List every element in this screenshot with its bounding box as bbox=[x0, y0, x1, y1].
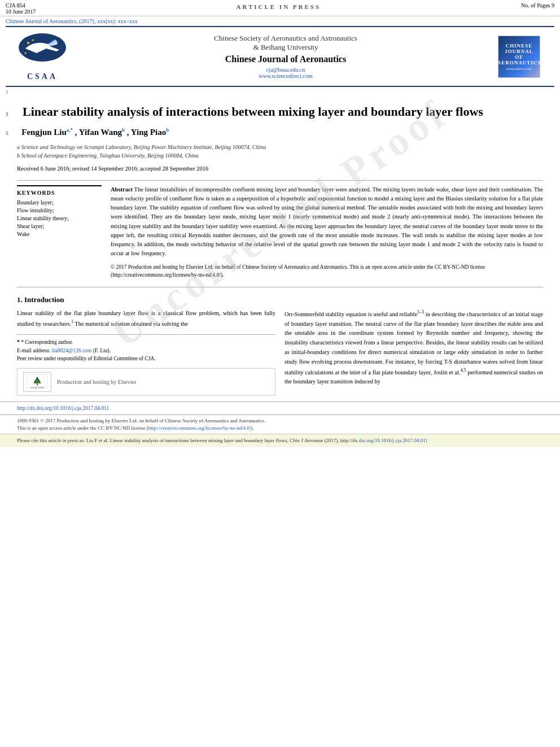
elsevier-block: ELSEVIER Production and hosting by Elsev… bbox=[17, 368, 275, 396]
elsevier-logo-inner: ELSEVIER bbox=[26, 373, 49, 390]
keyword-5: Wake bbox=[17, 231, 102, 237]
affiliations: a Science and Technology on Scramjet Lab… bbox=[17, 143, 543, 160]
elsevier-hosting-text: Production and hosting by Elsevier bbox=[57, 378, 137, 387]
doi-bar: http://dx.doi.org/10.1016/j.cja.2017.04.… bbox=[0, 401, 560, 414]
doi-link[interactable]: http://dx.doi.org/10.1016/j.cja.2017.04.… bbox=[17, 405, 109, 411]
svg-point-3 bbox=[25, 53, 27, 54]
journal-cover: CHINESE JOURNAL OF AERONAUTICS sciencedi… bbox=[498, 36, 549, 78]
journal-link-text[interactable]: Chinese Journal of Aeronautics, (2017), … bbox=[6, 18, 138, 24]
journal-title: Chinese Journal of Aeronautics bbox=[79, 54, 492, 64]
main-content: Uncorrected Proof 1 3 Linear stability a… bbox=[0, 87, 560, 401]
abstract-label: Abstract bbox=[111, 186, 133, 193]
copyright-footer: 1000-9361 © 2017 Production and hosting … bbox=[0, 414, 560, 434]
footnote-peer: Peer review under responsibility of Edit… bbox=[17, 355, 275, 362]
footnotes: * * Corresponding author. E-mail address… bbox=[17, 334, 275, 362]
abstract-block: Abstract The linear instabilities of inc… bbox=[111, 185, 543, 259]
body-columns: Linear stability of the flat plate bound… bbox=[17, 309, 543, 396]
intro-left-p1: Linear stability of the flat plate bound… bbox=[17, 309, 275, 329]
keywords-col: KEYWORDS Boundary layer; Flow instabilit… bbox=[17, 185, 102, 279]
line-5: 5 bbox=[6, 130, 8, 136]
journal-header: CSAA Chinese Society of Aeronautics and … bbox=[6, 26, 554, 87]
authors-block: 5 Fengjun Liua,* , Yifan Wangb , Ying Pi… bbox=[17, 127, 543, 137]
abstract-body: The linear instabilities of incompressib… bbox=[111, 186, 543, 257]
journal-link[interactable]: Chinese Journal of Aeronautics, (2017), … bbox=[0, 16, 560, 26]
keyword-1: Boundary layer; bbox=[17, 199, 102, 206]
abstract-copyright: © 2017 Production and hosting by Elsevie… bbox=[111, 263, 543, 279]
csaa-logo bbox=[17, 32, 68, 71]
author2-name: , Yifan Wang bbox=[75, 128, 122, 137]
contact-email[interactable]: cja@buaa.edu.cn www.sciencedirect.com bbox=[79, 67, 492, 79]
top-bar: CJA 854 10 June 2017 ARTICLE IN PRESS No… bbox=[0, 0, 560, 16]
date: 10 June 2017 bbox=[6, 8, 36, 15]
footnote-email-link[interactable]: liu8024@126.com bbox=[52, 348, 92, 353]
article-title: 3 Linear stability analysis of interacti… bbox=[17, 104, 543, 120]
svg-text:ELSEVIER: ELSEVIER bbox=[30, 386, 44, 389]
divider-2 bbox=[17, 287, 543, 287]
line-1: 1 bbox=[6, 89, 8, 95]
header-center: Chinese Society of Aeronautics and Astro… bbox=[73, 34, 498, 79]
received-line: Received 6 June 2016; revised 14 Septemb… bbox=[17, 165, 543, 172]
affiliation-b: b School of Aerospace Engineering, Tsing… bbox=[17, 151, 543, 160]
abstract-col: Abstract The linear instabilities of inc… bbox=[111, 185, 543, 279]
top-bar-left: CJA 854 10 June 2017 bbox=[6, 2, 36, 15]
csaa-text: CSAA bbox=[27, 72, 58, 81]
author2-sup: b bbox=[122, 127, 125, 133]
page-count: No. of Pages 9 bbox=[521, 2, 554, 8]
citation-bar: Please cite this article in press as: Li… bbox=[0, 434, 560, 447]
section-title: 1. Introduction bbox=[17, 295, 543, 304]
affiliation-a: a Science and Technology on Scramjet Lab… bbox=[17, 143, 543, 151]
citation-doi-link[interactable]: doi.org/10.1016/j.cja.2017.04.011 bbox=[359, 438, 428, 443]
elsevier-logo: ELSEVIER bbox=[23, 372, 51, 392]
cja-number: CJA 854 bbox=[6, 2, 36, 8]
society-name: Chinese Society of Aeronautics and Astro… bbox=[79, 34, 492, 52]
footnote-email: E-mail address: liu8024@126.com (F. Liu)… bbox=[17, 347, 275, 355]
keyword-4: Shear layer; bbox=[17, 223, 102, 229]
keywords-title: KEYWORDS bbox=[17, 190, 102, 196]
author1-name: Fengjun Liu bbox=[21, 128, 67, 137]
body-left-col: Linear stability of the flat plate bound… bbox=[17, 309, 275, 396]
author3-sup: b bbox=[166, 127, 169, 133]
svg-point-1 bbox=[27, 42, 29, 44]
keyword-3: Linear stability theory; bbox=[17, 215, 102, 221]
csaa-logo-block: CSAA bbox=[11, 32, 73, 81]
author3-name: , Ying Piao bbox=[127, 128, 166, 137]
cc-license-link[interactable]: http://creativecommons.org/licenses/by-n… bbox=[148, 425, 251, 431]
introduction-section: 1. Introduction Linear stability of the … bbox=[17, 295, 543, 396]
footnote-corresponding: * * Corresponding author. bbox=[17, 338, 275, 346]
body-right-col: Orr-Sommerfeld stability equation is use… bbox=[285, 309, 543, 396]
author1-sup: a,* bbox=[67, 127, 73, 133]
journal-cover-image: CHINESE JOURNAL OF AERONAUTICS sciencedi… bbox=[498, 36, 540, 78]
abstract-section: KEYWORDS Boundary layer; Flow instabilit… bbox=[17, 185, 543, 279]
line-3: 3 bbox=[6, 111, 8, 117]
keyword-2: Flow instability; bbox=[17, 207, 102, 213]
article-in-press: ARTICLE IN PRESS bbox=[236, 2, 321, 10]
divider-1 bbox=[17, 180, 543, 181]
svg-point-2 bbox=[32, 40, 34, 41]
intro-right-p1: Orr-Sommerfeld stability equation is use… bbox=[285, 309, 543, 386]
